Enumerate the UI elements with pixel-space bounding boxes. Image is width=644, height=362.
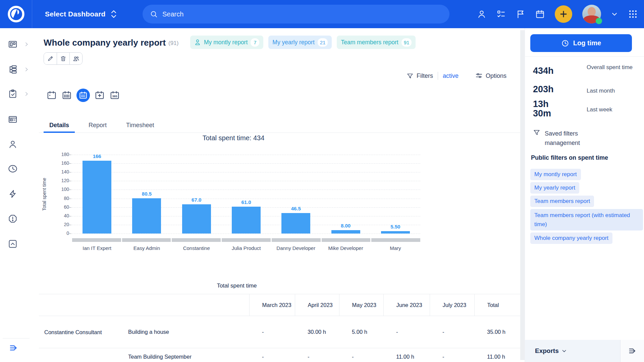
- delete-button[interactable]: [57, 53, 69, 64]
- tab-details[interactable]: Details: [44, 118, 75, 133]
- calendar-week-icon: [62, 90, 72, 100]
- cell-user: [39, 348, 127, 362]
- cell-hours: 35.00 h: [474, 316, 524, 348]
- cell-hours: -: [249, 348, 295, 362]
- expand-sidebar-button[interactable]: [9, 343, 19, 353]
- assignees-button[interactable]: [69, 53, 82, 64]
- panel-bottom-bar: Exports: [525, 340, 644, 362]
- view-week-button[interactable]: [61, 90, 72, 101]
- user-icon[interactable]: [477, 9, 486, 19]
- search-input[interactable]: [162, 10, 442, 18]
- collapse-panel-button[interactable]: [621, 340, 644, 362]
- chart-scrollbar[interactable]: [72, 238, 420, 242]
- sidebar-item-dashboards[interactable]: [8, 40, 17, 49]
- pill-my-montly-report[interactable]: My montly report 7: [190, 36, 263, 49]
- scrollbar-segment: [122, 238, 171, 242]
- bar-julia-product[interactable]: [232, 207, 261, 234]
- clock-icon: [561, 39, 569, 47]
- active-filter-link[interactable]: active: [443, 72, 459, 80]
- chart-plot: 16680.567.061.046.58.005.50: [72, 155, 420, 234]
- filters-button[interactable]: Filters: [407, 72, 433, 80]
- col-may-2023: May 2023: [339, 294, 383, 316]
- pencil-icon: [47, 55, 54, 62]
- gridline: [72, 199, 420, 199]
- chevron-down-icon: [561, 348, 567, 354]
- chevron-right-icon[interactable]: [24, 42, 29, 47]
- tab-timesheet[interactable]: Timesheet: [120, 118, 160, 133]
- chevron-down-icon[interactable]: [611, 11, 618, 17]
- sidebar-item-time[interactable]: [8, 164, 17, 173]
- gridline: [72, 190, 420, 190]
- cell-hours: -: [430, 348, 474, 362]
- bar-value-label: 61.0: [221, 199, 271, 205]
- pill-team-members-report[interactable]: Team members report 91: [337, 36, 416, 49]
- left-sidebar: [0, 28, 32, 362]
- log-time-label: Log time: [573, 39, 601, 47]
- filter-chip-my-montly-report[interactable]: My montly report: [530, 169, 581, 180]
- search-bar: [143, 5, 449, 23]
- header-filter-pills: My montly report 7 My yearly report 21 T…: [190, 36, 416, 49]
- chevron-right-icon[interactable]: [24, 92, 29, 96]
- bar-mary[interactable]: [381, 231, 410, 234]
- edit-button[interactable]: [44, 53, 57, 64]
- dashboard-icon: [8, 40, 17, 49]
- options-button[interactable]: Options: [475, 72, 506, 80]
- public-filters-list: My montly reportMy yearly reportTeam mem…: [530, 169, 643, 244]
- cell-hours: -: [383, 316, 430, 348]
- chevron-right-icon[interactable]: [24, 67, 29, 72]
- sidebar-item-alerts[interactable]: [8, 214, 17, 223]
- table-header-row: March 2023 April 2023 May 2023 June 2023…: [39, 294, 524, 316]
- y-tick-label: 40: [64, 213, 69, 218]
- filter-chip-team-members-report[interactable]: Team members report: [530, 196, 594, 207]
- view-day-button[interactable]: [46, 90, 57, 101]
- bar-mike-developer[interactable]: [331, 230, 360, 234]
- user-avatar[interactable]: [582, 5, 601, 23]
- online-status-dot: [596, 18, 602, 24]
- public-filters-heading: Public filters on spent time: [531, 154, 608, 161]
- bar-ian-it-expert[interactable]: [83, 161, 111, 234]
- exports-button[interactable]: Exports: [535, 347, 567, 355]
- app-logo[interactable]: [0, 0, 32, 28]
- dashboard-selector[interactable]: Select Dashboard: [45, 10, 117, 18]
- chevron-up-square-icon: [8, 239, 17, 249]
- table-row: Team Building September---11.00 h-11.00 …: [39, 348, 524, 362]
- bar-constantine[interactable]: [182, 204, 211, 234]
- bar-danny-developer[interactable]: [281, 213, 310, 234]
- table-caption: Total spent time: [39, 282, 435, 289]
- sidebar-item-people[interactable]: [8, 140, 17, 149]
- x-category-label: Ian IT Expert: [72, 245, 122, 251]
- tick-mark: [69, 155, 71, 155]
- pill-label: Team members report: [341, 39, 398, 46]
- sidebar-item-tasks[interactable]: [8, 89, 17, 99]
- log-time-button[interactable]: Log time: [530, 34, 632, 52]
- checklist-icon[interactable]: [496, 9, 506, 19]
- sidebar-item-projects[interactable]: [8, 65, 17, 74]
- saved-filters-management[interactable]: Saved filters management: [533, 129, 595, 148]
- calendar-icon[interactable]: [535, 9, 545, 19]
- view-month-button[interactable]: [76, 89, 90, 102]
- sidebar-item-quick-actions[interactable]: [8, 189, 17, 199]
- main-content: Whole company yearly report (91) My mont…: [39, 28, 525, 362]
- main-scrollbar[interactable]: [520, 30, 525, 360]
- sidebar-item-collapse-section[interactable]: [8, 239, 17, 249]
- filter-chip-my-yearly-report[interactable]: My yearly report: [530, 182, 579, 194]
- sidebar-item-boards[interactable]: [8, 115, 17, 124]
- sidebar-divider: [3, 338, 30, 339]
- people-icon: [73, 55, 79, 62]
- view-year-button[interactable]: 365: [109, 90, 120, 101]
- tab-report[interactable]: Report: [83, 118, 112, 133]
- x-category-label: Danny Developer: [271, 245, 321, 251]
- scrollbar-segment: [322, 238, 371, 242]
- view-add-button[interactable]: [94, 90, 105, 101]
- bar-easy-admin[interactable]: [132, 198, 161, 234]
- filter-chip-team-members-report-with-estimated-time[interactable]: Team members report (with estimated time…: [530, 209, 643, 230]
- filter-chip-whole-company-yearly-report[interactable]: Whole company yearly report: [530, 232, 612, 244]
- add-button[interactable]: [555, 5, 572, 23]
- pill-my-yearly-report[interactable]: My yearly report 21: [268, 36, 332, 49]
- x-category-label: Mike Developer: [321, 245, 370, 251]
- stat-last-month-label: Last month: [587, 87, 615, 95]
- tick-mark: [69, 172, 71, 172]
- flag-icon[interactable]: [516, 9, 525, 19]
- x-category-label: Julia Product: [221, 245, 271, 251]
- apps-grid-icon[interactable]: [628, 9, 638, 19]
